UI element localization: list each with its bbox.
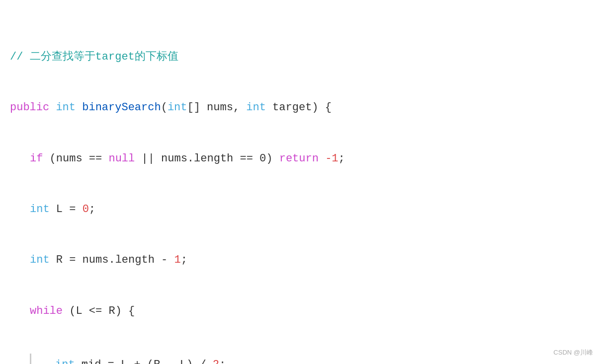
line-int-l: int L = 0;: [10, 201, 583, 218]
line-int-mid: int mid = L + (R - L) / 2;: [10, 354, 583, 364]
line-signature: public int binarySearch(int[] nums, int …: [10, 99, 583, 116]
comment-text: // 二分查找等于target的下标值: [10, 49, 178, 66]
code-block: // 二分查找等于target的下标值 public int binarySea…: [10, 15, 583, 364]
type-int: int: [56, 99, 76, 116]
keyword-public: public: [10, 99, 49, 116]
line-while: while (L <= R) {: [10, 303, 583, 320]
code-container: // 二分查找等于target的下标值 public int binarySea…: [0, 0, 603, 364]
func-binarySearch: binarySearch: [82, 99, 161, 116]
line-comment: // 二分查找等于target的下标值: [10, 49, 583, 66]
line-if-null: if (nums == null || nums.length == 0) re…: [10, 150, 583, 167]
line-int-r: int R = nums.length - 1;: [10, 252, 583, 269]
watermark: CSDN @川峰: [553, 348, 593, 357]
